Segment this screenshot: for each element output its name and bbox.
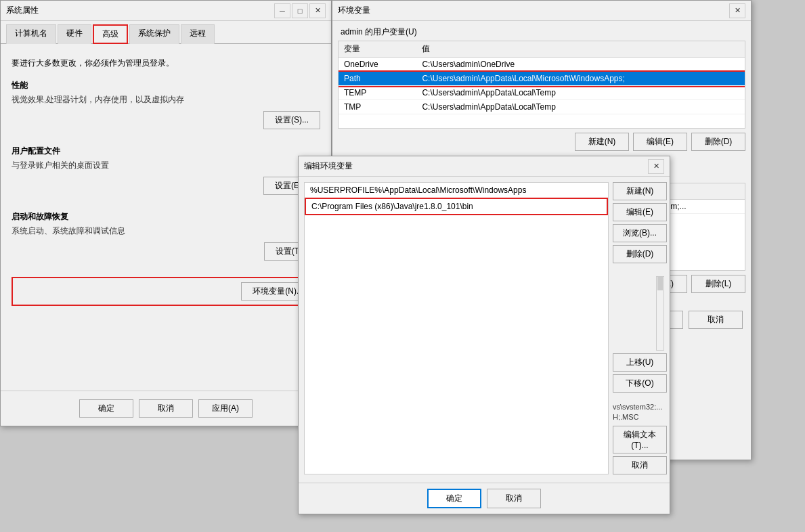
col-var-header: 变量 [339,41,416,58]
edit-env-new-btn[interactable]: 新建(N) [613,182,667,200]
admin-notice: 要进行大多数更改，你必须作为管理员登录。 [12,58,320,69]
user-var-row-3[interactable]: TMPC:\Users\admin\AppData\Local\Temp [339,100,745,114]
system-properties-window: 系统属性 ─ □ ✕ 计算机名 硬件 高级 系统保护 远程 要进行大多数更改，你… [0,0,332,426]
user-profile-title: 用户配置文件 [12,146,320,157]
startup-recovery-title: 启动和故障恢复 [12,211,320,223]
edit-env-ok-btn[interactable]: 确定 [427,489,481,508]
user-var-name-3: TMP [339,100,416,114]
edit-env-bottom-buttons: 确定 取消 [299,483,670,514]
user-vars-section-title: admin 的用户变量(U) [332,21,751,41]
sys-path-preview-1: vs\system32;... [613,403,664,410]
user-delete-btn[interactable]: 删除(D) [691,133,745,151]
edit-env-item-0[interactable]: %USERPROFILE%\AppData\Local\Microsoft\Wi… [305,183,608,198]
edit-env-cancel-btn[interactable]: 取消 [487,489,541,508]
startup-recovery-section: 启动和故障恢复 系统启动、系统故障和调试信息 设置(T)... [12,211,320,261]
tab-computer-name[interactable]: 计算机名 [6,24,56,44]
edit-env-browse-btn[interactable]: 浏览(B)... [613,224,667,242]
edit-env-edittext-btn[interactable]: 编辑文本(T)... [613,426,667,453]
edit-env-controls: ✕ [648,159,664,174]
performance-section: 性能 视觉效果,处理器计划，内存使用，以及虚拟内存 设置(S)... [12,80,320,129]
performance-settings-btn[interactable]: 设置(S)... [263,111,320,129]
sys-props-title: 系统属性 [6,5,274,16]
user-profile-section: 用户配置文件 与登录账户相关的桌面设置 设置(E)... [12,146,320,195]
sys-props-content: 要进行大多数更改，你必须作为管理员登录。 性能 视觉效果,处理器计划，内存使用，… [1,44,331,314]
user-var-name-1: Path [339,72,416,86]
performance-desc: 视觉效果,处理器计划，内存使用，以及虚拟内存 [12,94,320,106]
edit-env-window: 编辑环境变量 ✕ %USERPROFILE%\AppData\Local\Mic… [298,156,670,514]
edit-env-movedown-btn[interactable]: 下移(O) [613,374,667,393]
tab-bar: 计算机名 硬件 高级 系统保护 远程 [1,21,331,44]
edit-env-body: %USERPROFILE%\AppData\Local\Microsoft\Wi… [299,177,670,480]
user-vars-btns: 新建(N) 编辑(E) 删除(D) [332,129,751,155]
edit-env-edit-btn[interactable]: 编辑(E) [613,203,667,221]
user-var-value-0: C:\Users\admin\OneDrive [416,58,745,72]
performance-title: 性能 [12,80,320,91]
sys-props-bottom-buttons: 确定 取消 应用(A) [1,391,331,426]
user-edit-btn[interactable]: 编辑(E) [633,133,687,151]
sys-props-minimize-btn[interactable]: ─ [274,3,290,18]
edit-env-title: 编辑环境变量 [304,160,648,172]
sys-props-controls: ─ □ ✕ [274,3,326,18]
user-var-value-2: C:\Users\admin\AppData\Local\Temp [416,86,745,100]
user-var-name-2: TEMP [339,86,416,100]
edit-env-btn-panel: 新建(N) 编辑(E) 浏览(B)... 删除(D) 上移(U) 下移(O) v… [609,177,670,480]
sys-props-ok-btn[interactable]: 确定 [79,399,133,418]
sys-props-apply-btn[interactable]: 应用(A) [198,399,253,418]
user-vars-table-wrap[interactable]: 变量 值 OneDriveC:\Users\admin\OneDrivePath… [338,41,745,129]
user-var-value-1: C:\Users\admin\AppData\Local\Microsoft\W… [416,72,745,86]
scrollbar-area[interactable] [656,276,664,351]
tab-system-protection[interactable]: 系统保护 [129,24,179,44]
tab-hardware[interactable]: 硬件 [58,24,91,44]
user-var-value-3: C:\Users\admin\AppData\Local\Temp [416,100,745,114]
tab-advanced[interactable]: 高级 [93,24,128,44]
sys-props-titlebar: 系统属性 ─ □ ✕ [1,1,331,21]
sys-delete-btn[interactable]: 删除(L) [691,275,745,293]
edit-env-item-1[interactable]: C:\Program Files (x86)\Java\jre1.8.0_101… [305,198,608,215]
user-var-row-2[interactable]: TEMPC:\Users\admin\AppData\Local\Temp [339,86,745,100]
edit-env-titlebar: 编辑环境变量 ✕ [299,156,670,177]
user-var-row-1[interactable]: PathC:\Users\admin\AppData\Local\Microso… [339,72,745,86]
env-vars-titlebar: 环境变量 ✕ [332,1,751,21]
sys-props-close-btn[interactable]: ✕ [309,3,326,18]
sys-props-cancel-btn[interactable]: 取消 [139,399,193,418]
sys-props-maximize-btn[interactable]: □ [292,3,308,18]
edit-env-delete-btn[interactable]: 删除(D) [613,245,667,263]
startup-recovery-desc: 系统启动、系统故障和调试信息 [12,225,320,237]
col-val-header: 值 [416,41,745,58]
tab-remote[interactable]: 远程 [181,24,215,44]
user-vars-table: 变量 值 OneDriveC:\Users\admin\OneDrivePath… [339,41,745,114]
sys-path-preview-2: H;.MSC [613,413,664,420]
user-new-btn[interactable]: 新建(N) [575,133,629,151]
edit-env-list[interactable]: %USERPROFILE%\AppData\Local\Microsoft\Wi… [304,182,609,474]
env-vars-cancel-btn[interactable]: 取消 [689,311,743,329]
env-btn-container: 环境变量(N)... [12,277,320,306]
edit-env-close-btn[interactable]: ✕ [648,159,664,174]
edit-env-cancel-side-btn[interactable]: 取消 [613,456,667,474]
env-vars-close-btn[interactable]: ✕ [729,3,745,18]
spacer2 [613,395,664,400]
edit-env-moveup-btn[interactable]: 上移(U) [613,353,667,372]
user-var-row-0[interactable]: OneDriveC:\Users\admin\OneDrive [339,58,745,72]
spacer [613,266,664,273]
user-vars-section: admin 的用户变量(U) 变量 值 OneDriveC:\Users\adm… [332,21,751,155]
env-vars-controls: ✕ [729,3,745,18]
env-vars-title: 环境变量 [338,5,729,16]
user-var-name-0: OneDrive [339,58,416,72]
user-profile-desc: 与登录账户相关的桌面设置 [12,160,320,171]
